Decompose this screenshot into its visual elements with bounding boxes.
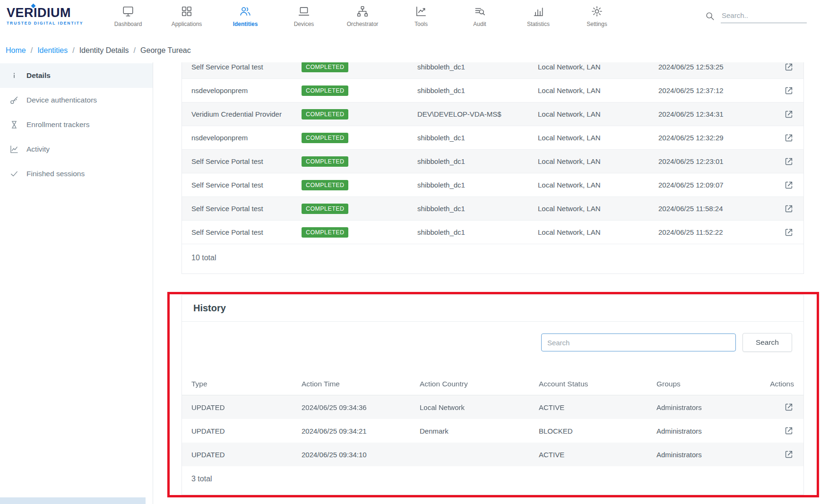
- sidebar-item-device-authenticators[interactable]: Device authenticators: [0, 88, 153, 112]
- session-row: Veridium Credential Provider COMPLETED D…: [182, 103, 803, 126]
- nav-item-devices[interactable]: Devices: [285, 5, 323, 27]
- breadcrumb-home[interactable]: Home: [6, 46, 26, 55]
- open-session-icon[interactable]: [784, 62, 794, 72]
- nav-item-dashboard[interactable]: Dashboard: [109, 5, 147, 27]
- history-search-row: Search: [182, 322, 803, 366]
- nav-label: Settings: [587, 21, 607, 27]
- sidebar-item-finished-sessions[interactable]: Finished sessions: [0, 162, 153, 186]
- devices-icon: [298, 5, 310, 17]
- nav-label: Identities: [233, 21, 258, 27]
- sidebar-item-details[interactable]: Details: [0, 63, 153, 88]
- sidebar-item-label: Activity: [26, 145, 50, 154]
- status-badge: COMPLETED: [302, 180, 348, 190]
- dashboard-icon: [122, 5, 134, 17]
- history-search-input[interactable]: [541, 333, 736, 351]
- open-history-icon[interactable]: [784, 449, 794, 460]
- history-table-header: Type Action Time Action Country Account …: [182, 366, 803, 395]
- open-session-icon[interactable]: [784, 180, 794, 190]
- hourglass-icon: [9, 120, 19, 129]
- session-name: Self Service Portal test: [191, 228, 302, 236]
- nav-item-applications[interactable]: Applications: [168, 5, 206, 27]
- global-search-input[interactable]: [721, 9, 807, 23]
- info-icon: [9, 71, 19, 80]
- column-account-status: Account Status: [539, 380, 656, 388]
- session-host: shibboleth_dc1: [417, 134, 538, 142]
- history-action-time: 2024/06/25 09:34:36: [302, 403, 420, 411]
- breadcrumb-separator: /: [134, 46, 136, 55]
- search-icon: [705, 11, 715, 21]
- sessions-table: Self Service Portal test COMPLETED shibb…: [181, 62, 804, 274]
- nav-item-tools[interactable]: Tools: [402, 5, 440, 27]
- session-name: Self Service Portal test: [191, 181, 302, 189]
- status-badge: COMPLETED: [302, 204, 348, 214]
- session-row: Self Service Portal test COMPLETED shibb…: [182, 150, 803, 173]
- nav-label: Dashboard: [114, 21, 142, 27]
- session-time: 2024/06/25 11:52:22: [658, 228, 771, 236]
- sessions-total: 10 total: [182, 244, 803, 273]
- session-name: Self Service Portal test: [191, 63, 302, 71]
- audit-icon: [474, 5, 486, 17]
- session-host: DEV\DEVELOP-VDA-MS$: [417, 110, 538, 118]
- nav-item-identities[interactable]: Identities: [226, 5, 264, 27]
- nav-item-statistics[interactable]: Statistics: [519, 5, 557, 27]
- history-account-status: BLOCKED: [539, 427, 656, 435]
- session-row: Self Service Portal test COMPLETED shibb…: [182, 197, 803, 221]
- sidebar-item-label: Finished sessions: [26, 170, 85, 178]
- open-session-icon[interactable]: [784, 109, 794, 120]
- session-name: Self Service Portal test: [191, 205, 302, 213]
- session-host: shibboleth_dc1: [417, 181, 538, 189]
- status-badge: COMPLETED: [302, 62, 348, 72]
- session-time: 2024/06/25 12:23:01: [658, 157, 771, 165]
- nav-label: Devices: [294, 21, 314, 27]
- top-navigation: Dashboard Applications Identities Device…: [109, 5, 616, 27]
- session-row: nsdeveloponprem COMPLETED shibboleth_dc1…: [182, 126, 803, 150]
- applications-icon: [181, 5, 193, 17]
- sidebar-item-label: Device authenticators: [26, 96, 97, 104]
- open-session-icon[interactable]: [784, 156, 794, 167]
- history-title: History: [193, 303, 226, 313]
- breadcrumb: Home / Identities / Identity Details / G…: [0, 32, 820, 62]
- session-network: Local Network, LAN: [538, 157, 658, 165]
- session-host: shibboleth_dc1: [417, 205, 538, 213]
- session-time: 2024/06/25 12:53:25: [658, 63, 771, 71]
- history-header: History: [182, 295, 803, 322]
- nav-item-audit[interactable]: Audit: [461, 5, 499, 27]
- sidebar-scrollbar[interactable]: [0, 497, 146, 504]
- tools-icon: [415, 5, 427, 17]
- statistics-icon: [532, 5, 544, 17]
- history-row: UPDATED 2024/06/25 09:34:36 Local Networ…: [182, 395, 803, 419]
- session-network: Local Network, LAN: [538, 110, 658, 118]
- session-time: 2024/06/25 12:09:07: [658, 181, 771, 189]
- status-badge: COMPLETED: [302, 109, 348, 120]
- nav-label: Statistics: [527, 21, 550, 27]
- open-session-icon[interactable]: [784, 133, 794, 143]
- history-type: UPDATED: [191, 451, 302, 459]
- nav-label: Audit: [473, 21, 486, 27]
- status-badge: COMPLETED: [302, 133, 348, 143]
- open-history-icon[interactable]: [784, 426, 794, 436]
- open-session-icon[interactable]: [784, 204, 794, 214]
- breadcrumb-identities[interactable]: Identities: [37, 46, 68, 55]
- open-session-icon[interactable]: [784, 85, 794, 96]
- session-network: Local Network, LAN: [538, 63, 658, 71]
- nav-item-settings[interactable]: Settings: [578, 5, 616, 27]
- open-session-icon[interactable]: [784, 227, 794, 238]
- history-action-country: Local Network: [420, 403, 539, 411]
- activity-icon: [9, 145, 19, 154]
- sidebar-item-enrollment-trackers[interactable]: Enrollment trackers: [0, 112, 153, 137]
- session-host: shibboleth_dc1: [417, 228, 538, 236]
- key-icon: [9, 95, 19, 105]
- open-history-icon[interactable]: [784, 402, 794, 412]
- nav-item-orchestrator[interactable]: Orchestrator: [344, 5, 381, 27]
- sidebar-item-activity[interactable]: Activity: [0, 137, 153, 162]
- history-account-status: ACTIVE: [539, 451, 656, 459]
- breadcrumb-separator: /: [31, 46, 33, 55]
- session-network: Local Network, LAN: [538, 86, 658, 94]
- session-time: 2024/06/25 12:37:12: [658, 86, 771, 94]
- session-network: Local Network, LAN: [538, 228, 658, 236]
- history-groups: Administrators: [656, 403, 766, 411]
- session-name: Self Service Portal test: [191, 157, 302, 165]
- history-type: UPDATED: [191, 427, 302, 435]
- history-search-button[interactable]: Search: [742, 333, 792, 352]
- settings-icon: [591, 5, 603, 17]
